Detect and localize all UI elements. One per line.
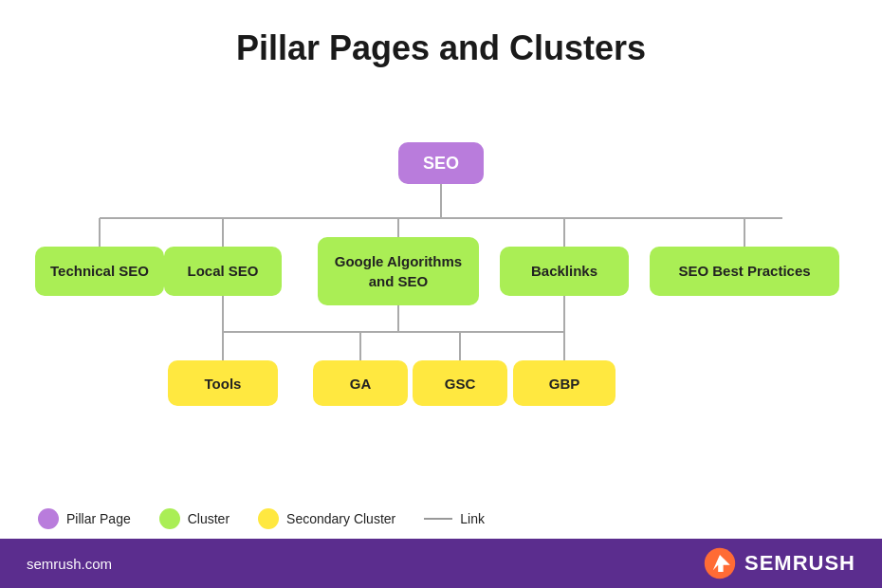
gbp-label: GBP [549, 376, 580, 392]
secondary-label: Secondary Cluster [286, 511, 395, 526]
node-google-algo [318, 237, 479, 305]
semrush-icon [703, 546, 737, 580]
page-title: Pillar Pages and Clusters [236, 28, 646, 68]
legend-link: Link [424, 511, 485, 526]
diagram: SEO Technical SEO Local SEO Google Algor… [24, 97, 858, 491]
pillar-dot [38, 508, 59, 529]
cluster-label: Cluster [188, 511, 230, 526]
legend-pillar: Pillar Page [38, 508, 131, 529]
link-label: Link [460, 511, 485, 526]
seo-best-label: SEO Best Practices [678, 263, 810, 279]
secondary-dot [258, 508, 279, 529]
technical-seo-label: Technical SEO [50, 263, 149, 279]
ga-label: GA [350, 376, 372, 392]
tools-label: Tools [205, 376, 242, 392]
seo-label: SEO [423, 154, 459, 173]
footer-url: semrush.com [27, 556, 112, 572]
pillar-label: Pillar Page [66, 511, 131, 526]
legend-cluster: Cluster [159, 508, 230, 529]
google-algo-label-1: Google Algorithms [335, 253, 462, 269]
main-content: Pillar Pages and Clusters SEO Technical … [0, 0, 882, 539]
link-line [424, 518, 452, 520]
google-algo-label-2: and SEO [369, 273, 429, 289]
legend-secondary: Secondary Cluster [258, 508, 395, 529]
gsc-label: GSC [445, 376, 476, 392]
footer: semrush.com SEMRUSH [0, 539, 882, 588]
backlinks-label: Backlinks [531, 263, 597, 279]
cluster-dot [159, 508, 180, 529]
brand-name: SEMRUSH [744, 551, 855, 576]
legend: Pillar Page Cluster Secondary Cluster Li… [19, 508, 485, 529]
semrush-logo: SEMRUSH [703, 546, 855, 580]
local-seo-label: Local SEO [187, 263, 258, 279]
